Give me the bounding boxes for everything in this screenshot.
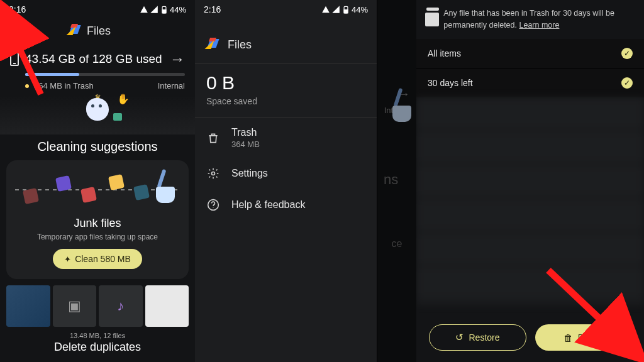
storage-label: Internal (158, 81, 185, 90)
banner-text: Any file that has been in Trash for 30 d… (443, 8, 635, 31)
arrow-right-icon[interactable]: → (170, 50, 185, 68)
section-title: Cleaning suggestions (0, 134, 195, 160)
status-bar: 2:16 44% (195, 0, 377, 19)
broom-icon (150, 172, 175, 203)
delete-icon: 🗑 (564, 332, 573, 343)
status-bar: 2:16 44% (0, 0, 195, 19)
delete-label: Delete (578, 332, 603, 343)
clean-button[interactable]: ✦ Clean 580 MB (53, 249, 142, 269)
sparkle-icon: ✦ (64, 255, 71, 264)
status-right: 44% (140, 5, 186, 14)
status-time: 2:16 (204, 4, 221, 14)
drawer-item-help[interactable]: Help & feedback (195, 189, 377, 221)
panel-trash: Any file that has been in Trash for 30 d… (416, 0, 644, 362)
thumb-photo[interactable] (6, 285, 50, 327)
space-value: 0 B (206, 72, 365, 94)
duplicate-thumbs[interactable]: ▣ ♪ (6, 285, 189, 327)
drawer-item-settings[interactable]: Settings (195, 158, 377, 189)
menu-icon[interactable] (9, 26, 21, 35)
duplicates-title: Delete duplicates (0, 341, 195, 354)
top-bar: Files (0, 19, 195, 43)
panel-home: 2:16 44% Files 43.54 GB of 128 GB used →… (0, 0, 195, 362)
drawer-item-label: Trash (231, 127, 260, 138)
phone-icon (10, 52, 19, 66)
restore-icon: ↺ (455, 332, 464, 343)
duplicates-meta: 13.48 MB, 12 files (0, 332, 195, 339)
select-label: 30 days left (428, 78, 473, 88)
help-icon (206, 198, 220, 212)
status-time: 2:16 (9, 4, 26, 14)
storage-usage: 43.54 GB of 128 GB used (25, 52, 162, 66)
junk-art (15, 169, 180, 213)
action-bar: ↺ Restore 🗑 Delete (416, 324, 644, 351)
status-battery: 44% (352, 5, 368, 14)
select-all-row[interactable]: All items ✓ (416, 39, 644, 68)
restore-button[interactable]: ↺ Restore (429, 324, 526, 351)
learn-more-link[interactable]: Learn more (519, 21, 559, 30)
app-brand: Files (68, 24, 111, 38)
junk-title: Junk files (15, 217, 180, 230)
junk-subtitle: Temporary app files taking up space (15, 233, 180, 241)
thumb-image-icon[interactable]: ▣ (53, 285, 97, 327)
check-icon[interactable]: ✓ (621, 48, 633, 59)
status-right: 44% (321, 5, 368, 14)
drawer-header: Files (195, 19, 377, 63)
nav-drawer: 2:16 44% Files 0 B Space saved Trash 364… (195, 0, 377, 362)
app-title: Files (87, 25, 111, 38)
panel-drawer-background: → Internal ns ce (377, 0, 416, 362)
trash-banner: Any file that has been in Trash for 30 d… (416, 0, 644, 39)
drawer-item-trash[interactable]: Trash 364 MB (195, 118, 377, 158)
space-saved: 0 B Space saved (195, 63, 377, 118)
trash-size: 364 MB in Trash (34, 81, 94, 90)
app-title: Files (228, 38, 252, 52)
drawer-item-label: Help & feedback (231, 199, 305, 211)
svg-point-5 (212, 172, 215, 175)
trash-icon (206, 131, 220, 145)
dot-icon (25, 84, 29, 88)
drawer-item-sub: 364 MB (231, 140, 260, 149)
panel-drawer: → Internal ns ce 2:16 44% Files 0 B Spac… (195, 0, 416, 362)
thumb-document[interactable] (145, 285, 189, 327)
junk-files-card[interactable]: Junk files Temporary app files taking up… (6, 160, 189, 279)
files-logo-icon (68, 24, 82, 38)
mascot-icon (86, 98, 109, 121)
status-battery: 44% (170, 5, 186, 14)
select-group-row[interactable]: 30 days left ✓ (416, 68, 644, 97)
select-label: All items (428, 48, 461, 58)
drawer-item-label: Settings (231, 168, 268, 179)
gear-icon (206, 167, 220, 180)
mascot-area: ✋ ♛ (0, 96, 195, 134)
restore-label: Restore (469, 332, 499, 343)
trash-full-icon (425, 8, 436, 26)
storage-bar (25, 73, 185, 76)
space-label: Space saved (206, 96, 365, 106)
check-icon[interactable]: ✓ (621, 77, 633, 89)
files-logo-icon (206, 38, 220, 52)
svg-rect-4 (344, 10, 348, 13)
storage-card[interactable]: 43.54 GB of 128 GB used → 364 MB in Tras… (0, 43, 195, 96)
broom-icon (386, 90, 411, 122)
delete-button[interactable]: 🗑 Delete (535, 324, 631, 351)
thumb-music-icon[interactable]: ♪ (99, 285, 143, 327)
svg-rect-1 (162, 10, 166, 13)
clean-button-label: Clean 580 MB (75, 254, 131, 264)
trash-file-list[interactable] (416, 97, 644, 305)
